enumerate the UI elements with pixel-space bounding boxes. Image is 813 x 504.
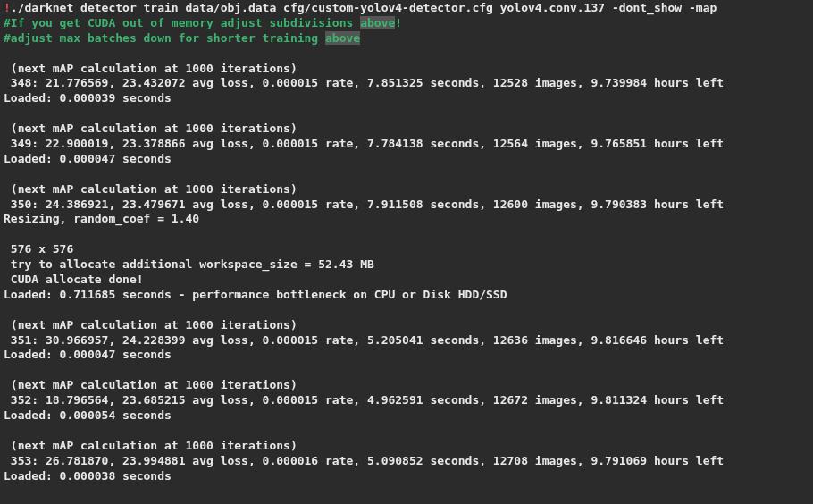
iteration-stats-line: 350: 24.386921, 23.479671 avg loss, 0.00…: [4, 197, 809, 213]
iteration-stats-line: 348: 21.776569, 23.432072 avg loss, 0.00…: [4, 76, 809, 91]
map-calc-line: (next mAP calculation at 1000 iterations…: [4, 182, 809, 197]
comment-cuda-suffix: !: [395, 16, 402, 29]
blank-line: [4, 363, 809, 378]
blank-line: [4, 167, 809, 182]
iteration-stats-line: 353: 26.781870, 23.994881 avg loss, 0.00…: [4, 454, 809, 469]
comment-maxbatches: #adjust max batches down for shorter tra…: [4, 31, 809, 46]
comment-cuda-prefix: #If you get CUDA out of memory adjust su…: [4, 16, 360, 29]
map-calc-line: (next mAP calculation at 1000 iterations…: [4, 439, 809, 454]
map-calc-line: (next mAP calculation at 1000 iterations…: [4, 378, 809, 393]
iteration-stats-line: 352: 18.796564, 23.685215 avg loss, 0.00…: [4, 393, 809, 408]
resizing-line: Resizing, random_coef = 1.40: [4, 212, 809, 227]
blank-line: [4, 424, 809, 439]
loaded-line: Loaded: 0.000047 seconds: [4, 152, 809, 167]
loaded-line: Loaded: 0.000054 seconds: [4, 408, 809, 424]
command-bang: !: [4, 1, 11, 14]
loaded-line: Loaded: 0.000047 seconds: [4, 348, 809, 363]
map-calc-line: (next mAP calculation at 1000 iterations…: [4, 122, 809, 137]
loaded-line: Loaded: 0.000039 seconds: [4, 91, 809, 106]
blank-line: [4, 46, 809, 62]
iteration-stats-line: 351: 30.966957, 24.228399 avg loss, 0.00…: [4, 333, 809, 349]
dims-line: 576 x 576: [4, 242, 809, 257]
cuda-done-line: CUDA allocate done!: [4, 273, 809, 288]
workspace-line: try to allocate additional workspace_siz…: [4, 257, 809, 273]
comment-maxb-highlight: above: [325, 31, 360, 45]
iteration-stats-line: 349: 22.900019, 23.378866 avg loss, 0.00…: [4, 137, 809, 152]
comment-cuda: #If you get CUDA out of memory adjust su…: [4, 16, 809, 31]
blank-line: [4, 227, 809, 242]
comment-maxb-prefix: #adjust max batches down for shorter tra…: [4, 31, 325, 45]
blank-line: [4, 303, 809, 318]
loaded-line: Loaded: 0.000038 seconds: [4, 469, 809, 484]
command-line: !./darknet detector train data/obj.data …: [4, 1, 809, 16]
blank-line: [4, 106, 809, 122]
map-calc-line: (next mAP calculation at 1000 iterations…: [4, 318, 809, 333]
loaded-bottleneck-line: Loaded: 0.711685 seconds - performance b…: [4, 288, 809, 303]
command-text: ./darknet detector train data/obj.data c…: [11, 1, 717, 14]
comment-cuda-highlight: above: [360, 16, 395, 29]
map-calc-line: (next mAP calculation at 1000 iterations…: [4, 62, 809, 77]
